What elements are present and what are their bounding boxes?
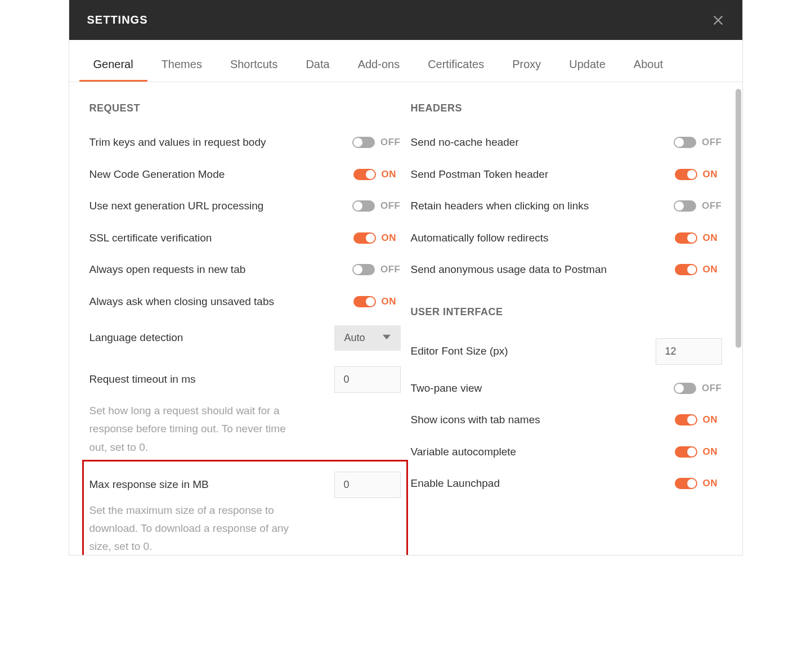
row-launchpad: Enable Launchpad ON: [411, 468, 722, 500]
help-max-response: Set the maximum size of a response to do…: [89, 501, 303, 555]
row-token: Send Postman Token header ON: [411, 159, 722, 191]
select-language-detection[interactable]: Auto: [334, 325, 401, 351]
label-redirect: Automatically follow redirects: [411, 230, 664, 247]
dialog-header: SETTINGS: [69, 0, 742, 40]
tab-data[interactable]: Data: [292, 52, 343, 82]
toggle-anon[interactable]: ON: [673, 264, 722, 275]
label-varauto: Variable autocomplete: [411, 444, 664, 460]
label-newtab: Always open requests in new tab: [89, 262, 342, 278]
toggle-token[interactable]: ON: [673, 169, 722, 180]
tab-shortcuts[interactable]: Shortcuts: [216, 52, 292, 82]
label-nexturl: Use next generation URL processing: [89, 198, 342, 214]
toggle-nexturl[interactable]: OFF: [351, 200, 401, 212]
right-column: HEADERS Send no-cache header OFF Send Po…: [411, 99, 722, 555]
tab-proxy[interactable]: Proxy: [498, 52, 555, 82]
row-timeout: Request timeout in ms: [89, 359, 401, 401]
tab-about[interactable]: About: [620, 52, 677, 82]
row-tabicons: Show icons with tab names ON: [411, 404, 722, 436]
input-timeout[interactable]: [334, 366, 401, 393]
label-trim-keys: Trim keys and values in request body: [89, 135, 342, 151]
label-timeout: Request timeout in ms: [89, 371, 325, 388]
tab-update[interactable]: Update: [555, 52, 620, 82]
label-askclose: Always ask when closing unsaved tabs: [89, 294, 342, 310]
scrollbar[interactable]: [736, 89, 741, 555]
toggle-askclose[interactable]: ON: [351, 296, 401, 307]
row-retain: Retain headers when clicking on links OF…: [411, 190, 722, 222]
row-codegen: New Code Generation Mode ON: [89, 159, 401, 191]
close-icon[interactable]: [712, 14, 724, 26]
toggle-varauto[interactable]: ON: [673, 446, 722, 458]
label-max-response: Max response size in MB: [89, 477, 325, 493]
toggle-twopane[interactable]: OFF: [673, 383, 722, 394]
row-twopane: Two-pane view OFF: [411, 373, 722, 405]
toggle-codegen[interactable]: ON: [351, 169, 401, 180]
input-font-size[interactable]: [656, 338, 722, 365]
tab-addons[interactable]: Add-ons: [344, 52, 414, 82]
toggle-launchpad[interactable]: ON: [673, 478, 722, 489]
label-font: Editor Font Size (px): [411, 343, 647, 360]
label-retain: Retain headers when clicking on links: [411, 198, 664, 214]
settings-dialog: SETTINGS General Themes Shortcuts Data A…: [69, 0, 743, 555]
chevron-down-icon: [375, 332, 391, 344]
section-title-request: REQUEST: [89, 102, 401, 114]
row-trim-keys: Trim keys and values in request body OFF: [89, 127, 401, 159]
row-newtab: Always open requests in new tab OFF: [89, 254, 401, 286]
tab-themes[interactable]: Themes: [147, 52, 216, 82]
row-anon: Send anonymous usage data to Postman ON: [411, 254, 722, 286]
tab-certificates[interactable]: Certificates: [414, 52, 498, 82]
section-title-ui: USER INTERFACE: [411, 306, 722, 318]
toggle-newtab[interactable]: OFF: [351, 264, 401, 275]
input-max-response[interactable]: [334, 472, 401, 498]
svg-marker-2: [383, 335, 391, 339]
row-language-detection: Language detection Auto: [89, 317, 401, 359]
toggle-trim-keys[interactable]: OFF: [351, 137, 401, 148]
scrollbar-thumb[interactable]: [736, 89, 741, 348]
label-codegen: New Code Generation Mode: [89, 167, 342, 183]
toggle-redirect[interactable]: ON: [673, 232, 722, 244]
left-column: REQUEST Trim keys and values in request …: [89, 99, 401, 555]
label-launchpad: Enable Launchpad: [411, 476, 664, 492]
tab-general[interactable]: General: [79, 52, 147, 82]
row-font: Editor Font Size (px): [411, 330, 722, 373]
settings-content: REQUEST Trim keys and values in request …: [69, 82, 742, 555]
row-max-response: Max response size in MB: [89, 467, 401, 500]
label-twopane: Two-pane view: [411, 380, 664, 397]
row-varauto: Variable autocomplete ON: [411, 436, 722, 468]
label-tabicons: Show icons with tab names: [411, 412, 664, 428]
row-ssl: SSL certificate verification ON: [89, 222, 401, 254]
row-nexturl: Use next generation URL processing OFF: [89, 190, 401, 222]
help-timeout: Set how long a request should wait for a…: [89, 402, 303, 456]
row-askclose: Always ask when closing unsaved tabs ON: [89, 286, 401, 318]
label-anon: Send anonymous usage data to Postman: [411, 262, 664, 278]
label-nocache: Send no-cache header: [411, 135, 664, 151]
toggle-tabicons[interactable]: ON: [673, 414, 722, 425]
section-title-headers: HEADERS: [411, 102, 722, 114]
tabs-bar: General Themes Shortcuts Data Add-ons Ce…: [69, 40, 742, 82]
dialog-title: SETTINGS: [87, 14, 148, 26]
toggle-ssl[interactable]: ON: [351, 232, 401, 244]
label-ssl: SSL certificate verification: [89, 230, 342, 247]
label-language-detection: Language detection: [89, 330, 325, 346]
row-nocache: Send no-cache header OFF: [411, 127, 722, 159]
toggle-retain[interactable]: OFF: [673, 200, 722, 212]
label-token: Send Postman Token header: [411, 167, 664, 183]
row-redirect: Automatically follow redirects ON: [411, 222, 722, 254]
highlight-max-response: Max response size in MB Set the maximum …: [82, 460, 408, 555]
toggle-nocache[interactable]: OFF: [673, 137, 722, 148]
